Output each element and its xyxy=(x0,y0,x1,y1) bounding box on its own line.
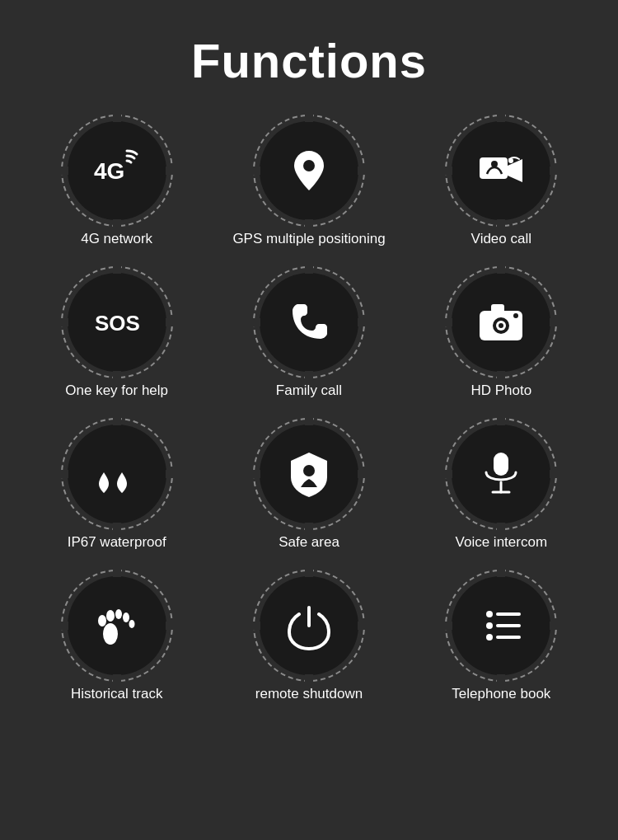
feature-remote-shutdown: remote shutdown xyxy=(217,576,400,703)
safe-area-label: Safe area xyxy=(279,533,339,551)
sos-label: One key for help xyxy=(65,382,168,400)
video-call-label: Video call xyxy=(471,230,531,248)
family-call-icon-circle xyxy=(260,273,358,372)
hd-photo-label: HD Photo xyxy=(471,382,531,400)
historical-track-icon-circle xyxy=(68,576,166,675)
feature-family-call: Family call xyxy=(217,273,400,400)
feature-safe-area: Safe area xyxy=(217,425,400,551)
voice-intercom-icon-circle xyxy=(452,425,550,523)
sos-icon-circle: SOS xyxy=(68,273,166,372)
historical-track-label: Historical track xyxy=(71,685,162,703)
feature-historical-track: Historical track xyxy=(25,576,208,703)
remote-shutdown-icon-circle xyxy=(260,576,358,675)
telephone-book-icon-circle xyxy=(452,576,550,675)
video-call-icon-circle xyxy=(452,121,550,220)
gps-positioning-label: GPS multiple positioning xyxy=(232,230,385,248)
feature-waterproof: IP67 waterproof xyxy=(25,425,208,551)
gps-positioning-icon-circle xyxy=(260,121,358,220)
feature-hd-photo: HD Photo xyxy=(410,273,593,400)
waterproof-label: IP67 waterproof xyxy=(68,533,166,551)
4g-network-label: 4G network xyxy=(81,230,152,248)
feature-video-call: Video call xyxy=(410,121,593,248)
feature-gps-positioning: GPS multiple positioning xyxy=(217,121,400,248)
family-call-label: Family call xyxy=(276,382,342,400)
safe-area-icon-circle xyxy=(260,425,358,523)
feature-telephone-book: Telephone book xyxy=(410,576,593,703)
telephone-book-label: Telephone book xyxy=(452,685,550,703)
4g-network-icon-circle: 4G xyxy=(68,121,166,220)
features-grid: 4G 4G network GPS multiple positioning V… xyxy=(0,113,618,744)
voice-intercom-label: Voice intercom xyxy=(456,533,548,551)
page-title: Functions xyxy=(191,33,427,88)
hd-photo-icon-circle xyxy=(452,273,550,372)
feature-sos: SOS One key for help xyxy=(25,273,208,400)
remote-shutdown-label: remote shutdown xyxy=(255,685,363,703)
feature-4g-network: 4G 4G network xyxy=(25,121,208,248)
waterproof-icon-circle xyxy=(68,425,166,523)
feature-voice-intercom: Voice intercom xyxy=(410,425,593,551)
